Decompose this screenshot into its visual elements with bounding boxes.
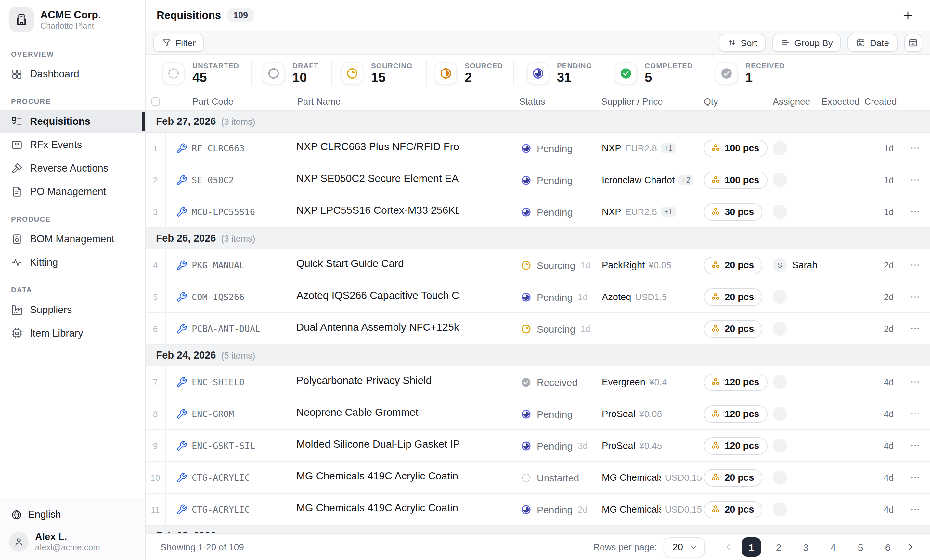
row-menu-button[interactable] — [900, 440, 930, 451]
sidebar-item-rfx-events[interactable]: RFx Events — [0, 133, 145, 157]
assignee-avatar-empty — [773, 205, 787, 219]
row-menu-button[interactable] — [900, 323, 930, 334]
page-button-6[interactable]: 6 — [878, 537, 898, 557]
sidebar-item-bom-management[interactable]: BOM Management — [0, 228, 145, 251]
qty-value: 120 pcs — [725, 440, 759, 451]
showing-label: Showing 1-20 of 109 — [160, 542, 244, 552]
sidebar-item-suppliers[interactable]: Suppliers — [0, 298, 145, 322]
table-row[interactable]: 10CTG-ACRYLICMG Chemicals 419C Acrylic C… — [146, 462, 930, 494]
ellipsis-icon — [910, 175, 920, 185]
summary-card-received[interactable]: RECEIVED1 — [705, 60, 930, 86]
qty-value: 100 pcs — [725, 143, 759, 153]
wrench-icon — [176, 174, 187, 186]
user-menu[interactable]: Alex L. alexl@acme.com — [0, 526, 145, 554]
table-row[interactable]: 7ENC-SHIELDPolycarbonate Privacy ShieldR… — [146, 366, 930, 398]
table-row[interactable]: 11CTG-ACRYLICMG Chemicals 419C Acrylic C… — [146, 494, 930, 526]
sidebar-item-item-library[interactable]: Item Library — [0, 322, 145, 345]
ellipsis-icon — [910, 143, 920, 153]
requisitions-app: ACME Corp. Charlotte Plant OVERVIEWDashb… — [0, 0, 930, 560]
sidebar-item-reverse-auctions[interactable]: Reverse Auctions — [0, 157, 145, 180]
qty-value: 30 pcs — [725, 206, 754, 217]
boxes-icon — [710, 409, 721, 419]
part-code: SE-050C2 — [192, 175, 234, 185]
assignee-cell — [770, 438, 818, 453]
row-number-cell: 4 — [146, 249, 166, 281]
date-button[interactable]: Date — [848, 34, 898, 52]
row-menu-button[interactable] — [900, 260, 930, 270]
user-icon — [14, 536, 24, 547]
supplier-price: USD0.15 — [665, 472, 702, 483]
sidebar-section-label: PROCURE — [11, 97, 145, 105]
select-all-checkbox[interactable] — [151, 97, 160, 106]
row-menu-button[interactable] — [900, 292, 930, 302]
assignee-avatar-empty — [773, 438, 787, 453]
sidebar-item-requisitions[interactable]: Requisitions — [0, 110, 145, 133]
page-button-4[interactable]: 4 — [824, 537, 843, 557]
language-selector[interactable]: English — [0, 503, 145, 526]
group-by-button[interactable]: Group By — [772, 34, 841, 52]
requisitions-icon — [11, 115, 23, 127]
sidebar-item-kitting[interactable]: Kitting — [0, 251, 145, 274]
assignee-cell — [770, 502, 818, 517]
row-menu-button[interactable] — [900, 206, 930, 217]
next-page-button[interactable] — [905, 542, 916, 552]
column-header-assignee: Assignee — [770, 96, 818, 106]
qty-pill: 100 pcs — [704, 139, 768, 157]
table-row[interactable]: 8ENC-GROMNeoprene Cable GrommetPendingPr… — [146, 398, 930, 430]
qty-cell: 20 pcs — [702, 288, 770, 306]
part-code: PKG-MANUAL — [192, 260, 245, 270]
table-row[interactable]: 5COM-IQS266Azoteq IQS266 Capacitive Touc… — [146, 281, 930, 313]
summary-card-sourced[interactable]: SOURCED2 — [427, 60, 514, 86]
boxes-icon — [710, 323, 721, 334]
created-cell: 4d — [864, 472, 900, 482]
page-button-3[interactable]: 3 — [796, 537, 816, 557]
table-row[interactable]: 1RF-CLRC663NXP CLRC663 Plus NFC/RFID Fro… — [146, 132, 930, 165]
supplier-price-cell: ProSeal¥0.45 — [601, 440, 702, 451]
org-switcher[interactable]: ACME Corp. Charlotte Plant — [0, 0, 145, 38]
part-code-cell: CTG-ACRYLIC — [166, 504, 296, 515]
collapse-panel-button[interactable] — [904, 34, 922, 52]
row-menu-button[interactable] — [900, 377, 930, 387]
row-menu-button[interactable] — [900, 409, 930, 419]
supplier-name: Icronclaw Charlot 0 — [602, 175, 674, 185]
file-icon — [11, 186, 23, 197]
add-requisition-button[interactable] — [901, 9, 915, 22]
row-menu-button[interactable] — [900, 472, 930, 483]
summary-card-unstarted[interactable]: UNSTARTED45 — [146, 60, 251, 86]
summary-card-draft[interactable]: DRAFT10 — [251, 60, 332, 86]
ellipsis-icon — [910, 206, 920, 217]
row-menu-button[interactable] — [900, 143, 930, 153]
summary-card-sourcing[interactable]: SOURCING15 — [332, 60, 427, 86]
summary-card-completed[interactable]: COMPLETED5 — [602, 60, 705, 86]
part-code-cell: RF-CLRC663 — [166, 143, 296, 154]
part-code-cell: COM-IQS266 — [166, 291, 296, 302]
building-icon — [15, 13, 28, 26]
page-button-5[interactable]: 5 — [851, 537, 870, 557]
created-cell: 2d — [864, 292, 900, 302]
row-menu-button[interactable] — [900, 504, 930, 514]
company-logo — [9, 7, 34, 32]
table-row[interactable]: 4PKG-MANUALQuick Start Guide CardSourcin… — [146, 249, 930, 281]
page-button-2[interactable]: 2 — [769, 537, 788, 557]
rows-per-page-select[interactable]: 20 — [664, 537, 705, 557]
table-row[interactable]: 6PCBA-ANT-DUALDual Antenna Assembly NFC+… — [146, 313, 930, 345]
supplier-price-cell: MG ChemicalsUSD0.15 — [601, 504, 702, 514]
page-button-1[interactable]: 1 — [742, 537, 761, 557]
table-row[interactable]: 9ENC-GSKT-SILMolded Silicone Dual-Lip Ga… — [146, 430, 930, 462]
row-menu-button[interactable] — [900, 175, 930, 185]
part-code: COM-IQS266 — [192, 292, 245, 302]
avatar — [9, 532, 29, 551]
table-row[interactable]: 3MCU-LPC55S16NXP LPC55S16 Cortex-M33 256… — [146, 196, 930, 228]
created-cell: 2d — [864, 324, 900, 334]
sidebar-item-po-management[interactable]: PO Management — [0, 180, 145, 203]
date-group-header: Feb 24, 2026(5 items) — [146, 345, 930, 366]
sort-button[interactable]: Sort — [719, 34, 765, 52]
supplier-price-cell: ProSeal¥0.08 — [601, 409, 702, 419]
previous-page-button[interactable] — [723, 542, 734, 552]
table-row[interactable]: 2SE-050C2NXP SE050C2 Secure Element EAL4… — [146, 165, 930, 196]
assignee-cell — [770, 322, 818, 336]
filter-button[interactable]: Filter — [153, 34, 204, 52]
supplier-name: PackRight — [602, 260, 645, 270]
sidebar-item-dashboard[interactable]: Dashboard — [0, 62, 145, 86]
summary-card-pending[interactable]: PENDING31 — [514, 60, 602, 86]
